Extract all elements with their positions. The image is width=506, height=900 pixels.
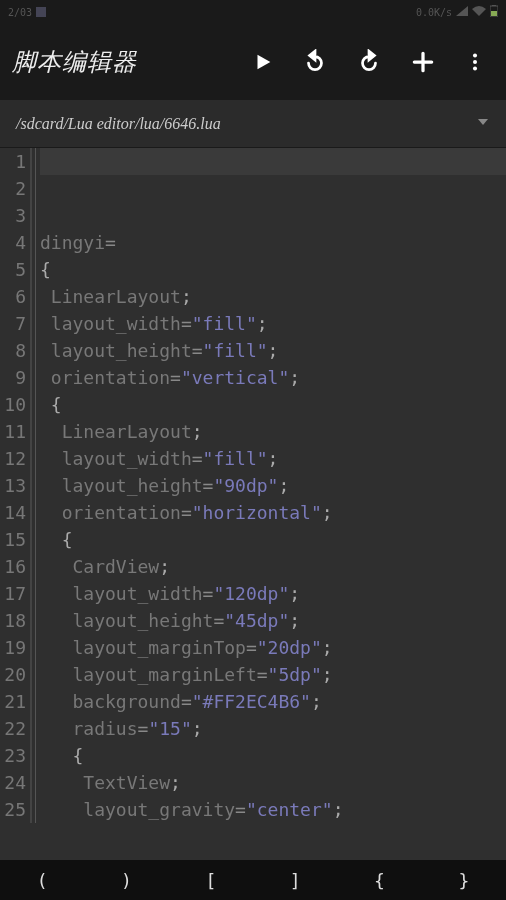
code-content[interactable]: dingyi={ LinearLayout; layout_width="fil…	[36, 148, 506, 823]
code-line[interactable]: layout_marginTop="20dp";	[40, 634, 506, 661]
line-gutter: 1234567891011121314151617181920212223242…	[0, 148, 30, 823]
toolbar: 脚本编辑器	[0, 24, 506, 100]
code-line[interactable]: layout_width="fill";	[40, 445, 506, 472]
line-number: 15	[0, 526, 26, 553]
chevron-down-icon	[476, 115, 490, 132]
svg-point-4	[473, 60, 477, 64]
code-line[interactable]: background="#FF2EC4B6";	[40, 688, 506, 715]
code-line[interactable]: layout_gravity="center";	[40, 796, 506, 823]
status-bar: 2/03 0.0K/s	[0, 0, 506, 24]
svg-rect-2	[491, 11, 497, 16]
symbol-key[interactable]: }	[446, 864, 481, 897]
code-line[interactable]: {	[40, 256, 506, 283]
code-line[interactable]: dingyi=	[40, 229, 506, 256]
line-number: 13	[0, 472, 26, 499]
redo-button[interactable]	[356, 49, 382, 75]
code-line[interactable]	[40, 202, 506, 229]
file-path: /sdcard/Lua editor/lua/6646.lua	[16, 115, 476, 133]
line-number: 11	[0, 418, 26, 445]
signal-icon	[456, 6, 468, 18]
wifi-icon	[472, 6, 486, 18]
line-number: 12	[0, 445, 26, 472]
battery-icon	[490, 5, 498, 19]
line-number: 23	[0, 742, 26, 769]
symbol-keyboard: ()[]{}	[0, 860, 506, 900]
line-number: 25	[0, 796, 26, 823]
code-line[interactable]	[40, 148, 506, 175]
code-line[interactable]	[40, 175, 506, 202]
code-line[interactable]: {	[40, 391, 506, 418]
symbol-key[interactable]: )	[109, 864, 144, 897]
line-number: 9	[0, 364, 26, 391]
symbol-key[interactable]: (	[25, 864, 60, 897]
line-number: 4	[0, 229, 26, 256]
symbol-key[interactable]: {	[362, 864, 397, 897]
line-number: 1	[0, 148, 26, 175]
line-number: 7	[0, 310, 26, 337]
line-number: 8	[0, 337, 26, 364]
play-button[interactable]	[252, 51, 274, 73]
code-line[interactable]: layout_height="90dp";	[40, 472, 506, 499]
status-time: 2/03	[8, 7, 32, 18]
code-line[interactable]: radius="15";	[40, 715, 506, 742]
line-number: 3	[0, 202, 26, 229]
svg-point-5	[473, 66, 477, 70]
file-path-bar[interactable]: /sdcard/Lua editor/lua/6646.lua	[0, 100, 506, 148]
code-line[interactable]: orientation="horizontal";	[40, 499, 506, 526]
add-button[interactable]	[410, 49, 436, 75]
line-number: 6	[0, 283, 26, 310]
more-menu-button[interactable]	[464, 51, 486, 73]
line-number: 10	[0, 391, 26, 418]
code-line[interactable]: CardView;	[40, 553, 506, 580]
svg-rect-1	[492, 5, 496, 6]
code-line[interactable]: LinearLayout;	[40, 418, 506, 445]
line-number: 18	[0, 607, 26, 634]
code-line[interactable]: {	[40, 526, 506, 553]
network-speed: 0.0K/s	[416, 7, 452, 18]
line-number: 2	[0, 175, 26, 202]
code-line[interactable]: layout_height="fill";	[40, 337, 506, 364]
line-number: 22	[0, 715, 26, 742]
code-line[interactable]: layout_width="120dp";	[40, 580, 506, 607]
code-line[interactable]: orientation="vertical";	[40, 364, 506, 391]
line-number: 17	[0, 580, 26, 607]
line-number: 16	[0, 553, 26, 580]
line-number: 21	[0, 688, 26, 715]
code-line[interactable]: layout_width="fill";	[40, 310, 506, 337]
symbol-key[interactable]: [	[193, 864, 228, 897]
symbol-key[interactable]: ]	[278, 864, 313, 897]
line-number: 14	[0, 499, 26, 526]
line-number: 20	[0, 661, 26, 688]
line-number: 19	[0, 634, 26, 661]
line-number: 24	[0, 769, 26, 796]
svg-point-3	[473, 54, 477, 58]
calendar-icon	[36, 7, 46, 17]
code-editor[interactable]: 1234567891011121314151617181920212223242…	[0, 148, 506, 860]
undo-button[interactable]	[302, 49, 328, 75]
code-line[interactable]: {	[40, 742, 506, 769]
code-line[interactable]: layout_marginLeft="5dp";	[40, 661, 506, 688]
code-line[interactable]: layout_height="45dp";	[40, 607, 506, 634]
line-number: 5	[0, 256, 26, 283]
code-line[interactable]: LinearLayout;	[40, 283, 506, 310]
code-line[interactable]: TextView;	[40, 769, 506, 796]
app-title: 脚本编辑器	[12, 46, 137, 78]
